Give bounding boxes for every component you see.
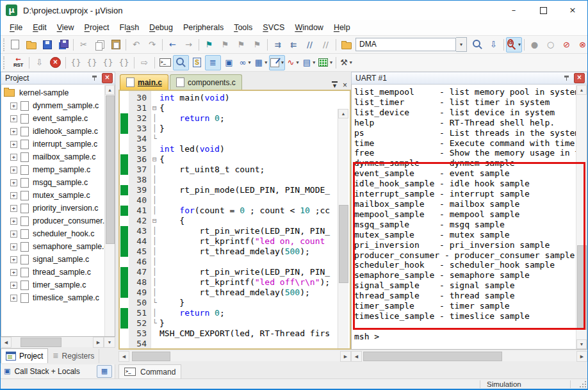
tree-item-timer-sample[interactable]: +timer_sample.c xyxy=(1,279,115,291)
editor-vertical-scrollbar[interactable]: ▲ ▼ xyxy=(338,109,348,350)
close-document-icon[interactable]: × xyxy=(343,81,347,90)
scroll-thumb[interactable] xyxy=(106,95,115,244)
menu-view[interactable]: View xyxy=(52,20,79,35)
expand-icon[interactable]: + xyxy=(10,218,17,225)
scroll-thumb[interactable] xyxy=(339,205,348,283)
scroll-thumb[interactable] xyxy=(20,337,61,347)
expand-icon[interactable]: + xyxy=(10,167,17,174)
close-icon[interactable]: × xyxy=(102,73,113,83)
expand-icon[interactable]: + xyxy=(10,115,17,122)
expand-icon[interactable]: + xyxy=(10,154,17,161)
analysis-window-button[interactable]: ∿▾ xyxy=(285,55,301,70)
menu-peripherals[interactable]: Peripherals xyxy=(178,20,229,35)
disassembly-window-button[interactable] xyxy=(173,55,189,70)
menu-edit[interactable]: Edit xyxy=(28,20,52,35)
step-out-button[interactable]: {} xyxy=(100,55,116,70)
outdent-button[interactable]: ⇇ xyxy=(286,37,302,53)
menu-project[interactable]: Project xyxy=(79,20,115,35)
menu-svcs[interactable]: SVCS xyxy=(257,20,290,35)
open-file-button[interactable] xyxy=(23,37,39,53)
tree-item-memp-sample[interactable]: +memp_sample.c xyxy=(1,163,115,176)
expand-icon[interactable]: + xyxy=(10,192,17,199)
expand-icon[interactable]: + xyxy=(10,282,17,289)
project-horizontal-scrollbar[interactable]: ◀ ▶ ▼ xyxy=(1,337,115,347)
menu-flash[interactable]: Flash xyxy=(115,20,145,35)
registers-window-button[interactable]: ≣ xyxy=(205,55,221,70)
scroll-right-icon[interactable]: ▶ xyxy=(340,351,351,362)
scroll-up-icon[interactable]: ▲ xyxy=(338,109,348,118)
command-tab[interactable]: >_ Command xyxy=(118,364,181,378)
indent-button[interactable]: ⇉ xyxy=(270,37,286,53)
toolbar-drag-handle[interactable] xyxy=(3,38,4,51)
save-all-button[interactable] xyxy=(55,37,71,53)
tools-button[interactable]: ⚒▾ xyxy=(338,55,354,70)
tree-item-semaphore-sample[interactable]: +semaphore_sample.c xyxy=(1,240,115,253)
code-text-area[interactable]: int main(void){ return 0;}int led(void){… xyxy=(159,91,339,348)
tree-item-producer-consumer[interactable]: +producer_consumer.c xyxy=(1,215,115,227)
scroll-right-icon[interactable]: ▶ xyxy=(576,351,587,362)
project-tree[interactable]: kernel-sample+dynmem_sample.c+event_samp… xyxy=(1,85,115,337)
callstack-window-button[interactable]: ▣ xyxy=(221,55,237,70)
flash-download-button[interactable] xyxy=(338,37,354,53)
system-viewer-button[interactable]: ▤▾ xyxy=(301,55,317,70)
document-tab-components-c[interactable]: components.c xyxy=(170,74,242,90)
menu-debug[interactable]: Debug xyxy=(144,20,178,35)
tab-list-icon[interactable]: ▼ xyxy=(332,81,338,89)
close-icon[interactable]: × xyxy=(574,73,585,83)
next-bookmark-button[interactable]: ⚑ xyxy=(217,37,233,53)
dropdown-arrow-icon[interactable]: ▾ xyxy=(248,60,250,65)
expand-icon[interactable]: + xyxy=(10,231,17,238)
tab-project[interactable]: Project xyxy=(1,348,48,363)
dropdown-arrow-icon[interactable]: ▾ xyxy=(313,60,315,65)
tree-item-msgq-sample[interactable]: +msgq_sample.c xyxy=(1,176,115,189)
insert-breakpoint-button[interactable]: ● xyxy=(527,37,543,53)
tab-registers[interactable]: ≣Registers xyxy=(48,349,99,363)
tree-item-dynmem-sample[interactable]: +dynmem_sample.c xyxy=(1,99,115,112)
tree-item-signal-sample[interactable]: +signal_sample.c xyxy=(1,253,115,266)
comment-button[interactable]: // xyxy=(302,37,318,53)
memory-window-tab[interactable]: ▦ xyxy=(97,365,112,378)
show-next-statement-button[interactable]: ⇨ xyxy=(136,55,152,70)
clear-bookmarks-button[interactable]: ⚑ xyxy=(249,37,265,53)
prev-bookmark-button[interactable]: ⚑ xyxy=(233,37,249,53)
tree-item-scheduler-hook[interactable]: +scheduler_hook.c xyxy=(1,227,115,240)
scroll-left-icon[interactable]: ◀ xyxy=(1,337,12,348)
reset-button[interactable]: ←RST xyxy=(10,54,27,71)
scroll-up-icon[interactable]: ▲ xyxy=(576,85,587,95)
uncomment-button[interactable]: // xyxy=(318,37,334,53)
stop-button[interactable]: × xyxy=(47,55,63,70)
dropdown-arrow-icon[interactable]: ▾ xyxy=(265,60,267,65)
expand-icon[interactable]: + xyxy=(10,256,17,263)
expand-icon[interactable]: + xyxy=(10,128,17,135)
copy-button[interactable] xyxy=(92,37,108,53)
command-window-button[interactable]: >_ xyxy=(157,55,173,70)
expand-icon[interactable]: + xyxy=(10,179,17,186)
call-stack-tab[interactable]: ▣ Call Stack + Locals ▦ xyxy=(1,364,115,378)
undo-button[interactable]: ↶ xyxy=(128,37,144,53)
expand-icon[interactable]: + xyxy=(10,102,17,110)
tree-item-priority-inversion[interactable]: +priority_inversion.c xyxy=(1,202,115,215)
tree-item-timeslice-sample[interactable]: +timeslice_sample.c xyxy=(1,291,115,304)
maximize-button[interactable] xyxy=(528,1,558,20)
menu-help[interactable]: Help xyxy=(329,20,355,35)
tree-item-mailbox-sample[interactable]: +mailbox_sample.c xyxy=(1,150,115,163)
insert-bookmark-button[interactable]: ⚑ xyxy=(201,37,217,53)
dropdown-arrow-icon[interactable]: ▾ xyxy=(518,42,521,47)
disable-all-breakpoints-button[interactable]: ⊘ xyxy=(559,37,575,53)
enable-breakpoint-button[interactable]: ○ xyxy=(543,37,559,53)
expand-icon[interactable]: + xyxy=(10,243,17,250)
scroll-left-icon[interactable]: ◀ xyxy=(351,351,362,362)
pin-icon[interactable] xyxy=(92,75,98,81)
expand-icon[interactable]: + xyxy=(10,269,17,276)
scroll-down-icon[interactable]: ▼ xyxy=(576,339,587,349)
minimize-button[interactable]: – xyxy=(499,1,528,20)
tree-item-thread-sample[interactable]: +thread_sample.c xyxy=(1,266,115,279)
dropdown-arrow-icon[interactable]: ▾ xyxy=(281,60,284,65)
expand-icon[interactable]: + xyxy=(10,141,17,148)
scroll-left-icon[interactable]: ◀ xyxy=(118,351,129,362)
menu-tools[interactable]: Tools xyxy=(229,20,257,35)
kill-all-breakpoints-button[interactable]: ⊗ xyxy=(575,37,588,53)
code-editor[interactable]: 3031323334353637383940414243444546474849… xyxy=(118,90,351,350)
toolbox-button[interactable]: ▾ xyxy=(317,55,334,70)
find-button[interactable]: ⇩ xyxy=(486,37,502,53)
